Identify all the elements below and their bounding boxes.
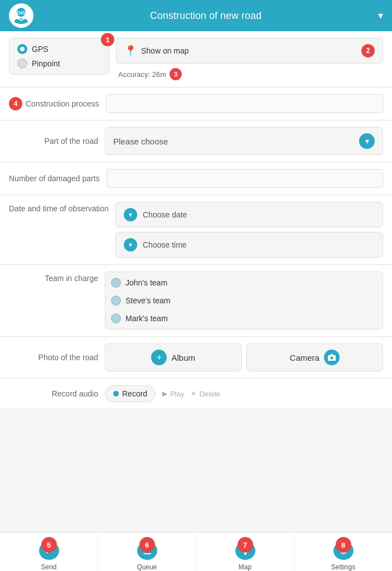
content-area: GPS Pinpoint 1 📍 Show on map 2 Accur [0, 31, 392, 532]
logo: GIS [9, 3, 33, 28]
gps-label: GPS [32, 45, 49, 54]
delete-label: Delete [199, 390, 220, 398]
damaged-input[interactable] [107, 169, 383, 188]
team-option-2[interactable]: Steve's team [111, 293, 377, 308]
accuracy-row: Accuracy: 26m 3 [116, 68, 383, 80]
datetime-section: Date and time of observation ▾ Choose da… [0, 195, 392, 265]
page-title: Construction of new road [150, 10, 262, 22]
construction-label-wrapper: 4 Construction process [9, 97, 99, 110]
pinpoint-label: Pinpoint [32, 59, 60, 68]
team-radio-3[interactable] [111, 313, 121, 323]
record-button[interactable]: Record [105, 385, 156, 402]
damaged-label: Number of damaged parts [9, 174, 100, 183]
map-nav-label: Map [239, 563, 251, 571]
spacer [0, 409, 392, 432]
part-dropdown[interactable]: Please choose ▾ [105, 127, 383, 155]
record-label: Record [122, 389, 147, 398]
team-option-3[interactable]: Mark's team [111, 311, 377, 326]
choose-time-label: Choose time [143, 240, 187, 249]
accuracy-label: Accuracy: 26m [118, 70, 166, 79]
map-badge: 2 [361, 44, 375, 57]
queue-label: Queue [137, 563, 157, 571]
datetime-fields: ▾ Choose date ▾ Choose time [115, 202, 383, 258]
send-badge: 5 [41, 537, 57, 553]
delete-button[interactable]: ✕ Delete [191, 390, 220, 398]
gps-panel: GPS Pinpoint 1 [9, 38, 109, 75]
audio-controls: Record ▶ Play ✕ Delete [105, 385, 383, 402]
gps-radio[interactable] [17, 44, 27, 54]
time-chevron-icon: ▾ [124, 238, 137, 251]
header-chevron-icon[interactable]: ▾ [378, 9, 383, 22]
app-container: GIS Construction of new road ▾ GPS Pinpo… [0, 0, 392, 571]
construction-label-group: 4 Construction process [9, 97, 99, 110]
queue-badge: 6 [139, 537, 155, 553]
map-nav-badge: 7 [238, 537, 253, 553]
send-label: Send [41, 563, 56, 571]
construction-input-wrapper [106, 94, 383, 113]
settings-badge: 8 [336, 537, 351, 553]
photo-buttons: + Album Camera [105, 343, 383, 371]
svg-text:GIS: GIS [17, 10, 26, 16]
damaged-input-wrapper [107, 169, 383, 188]
bottom-nav: 5 ✓ Send 6 ☰ Queue 7 Map 8 ⚙ Settings [0, 532, 392, 571]
part-of-road-row: Part of the road Please choose ▾ [0, 120, 392, 162]
photo-section: Photo of the road + Album Camera [0, 337, 392, 379]
team-label-2: Steve's team [125, 296, 171, 305]
nav-settings[interactable]: 8 ⚙ Settings [294, 533, 392, 571]
datetime-label: Date and time of observation [9, 202, 109, 258]
camera-button[interactable]: Camera [246, 343, 384, 371]
part-dropdown-wrapper: Please choose ▾ [105, 127, 383, 155]
nav-send[interactable]: 5 ✓ Send [0, 533, 98, 571]
nav-queue[interactable]: 6 ☰ Queue [98, 533, 196, 571]
svg-point-3 [330, 357, 333, 360]
settings-label: Settings [331, 563, 355, 571]
record-dot-icon [113, 391, 119, 396]
location-pin-icon: 📍 [124, 45, 137, 57]
show-on-map-label: Show on map [141, 46, 189, 55]
choose-date-button[interactable]: ▾ Choose date [115, 202, 383, 228]
location-section: GPS Pinpoint 1 📍 Show on map 2 Accur [0, 31, 392, 88]
team-radio-2[interactable] [111, 296, 121, 306]
play-button[interactable]: ▶ Play [162, 390, 184, 398]
choose-time-button[interactable]: ▾ Choose time [115, 232, 383, 258]
delete-icon: ✕ [191, 390, 196, 398]
map-panel: 📍 Show on map 2 Accuracy: 26m 3 [116, 38, 383, 80]
team-options-panel: John's team Steve's team Mark's team [105, 272, 383, 330]
camera-icon [324, 350, 340, 365]
construction-input[interactable] [106, 94, 383, 113]
nav-map[interactable]: 7 Map [196, 533, 294, 571]
play-icon: ▶ [162, 390, 167, 398]
part-label: Part of the road [9, 137, 98, 146]
part-placeholder: Please choose [113, 137, 168, 146]
album-icon: + [151, 350, 167, 365]
header: GIS Construction of new road ▾ [0, 0, 392, 31]
audio-label: Record audio [9, 389, 98, 398]
accuracy-badge: 3 [170, 68, 182, 80]
album-button[interactable]: + Album [105, 343, 242, 371]
play-label: Play [170, 390, 184, 398]
team-label-3: Mark's team [125, 314, 168, 323]
gps-option[interactable]: GPS [17, 44, 101, 54]
team-label: Team in charge [9, 272, 98, 330]
svg-point-1 [14, 18, 28, 24]
construction-badge: 4 [9, 97, 22, 110]
construction-label: Construction process [26, 99, 99, 108]
show-on-map-button[interactable]: 📍 Show on map 2 [116, 38, 383, 64]
show-on-map-left: 📍 Show on map [124, 45, 189, 57]
pinpoint-radio[interactable] [17, 59, 27, 69]
album-label: Album [171, 353, 195, 362]
part-chevron-icon: ▾ [359, 133, 375, 149]
team-radio-1[interactable] [111, 278, 121, 288]
date-chevron-icon: ▾ [124, 208, 137, 221]
audio-section: Record audio Record ▶ Play ✕ Delete [0, 379, 392, 409]
team-option-1[interactable]: John's team [111, 275, 377, 290]
photo-label: Photo of the road [9, 353, 98, 362]
construction-process-row: 4 Construction process [0, 88, 392, 120]
camera-label: Camera [290, 353, 320, 362]
team-section: Team in charge John's team Steve's team … [0, 265, 392, 337]
damaged-parts-row: Number of damaged parts [0, 162, 392, 195]
choose-date-label: Choose date [143, 210, 187, 219]
pinpoint-option[interactable]: Pinpoint [17, 59, 101, 69]
location-badge: 1 [101, 33, 114, 46]
team-label-1: John's team [125, 278, 167, 287]
